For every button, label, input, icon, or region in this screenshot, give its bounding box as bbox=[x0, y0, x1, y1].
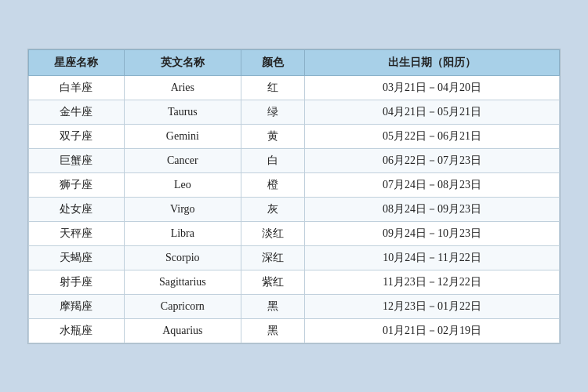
table-row: 水瓶座Aquarius黑01月21日－02月19日 bbox=[29, 318, 560, 343]
table-row: 金牛座Taurus绿04月21日－05月21日 bbox=[29, 100, 560, 124]
cell-zh: 水瓶座 bbox=[29, 318, 125, 343]
table-row: 摩羯座Capricorn黑12月23日－01月22日 bbox=[29, 294, 560, 318]
table-row: 白羊座Aries红03月21日－04月20日 bbox=[29, 75, 560, 100]
cell-en: Sagittarius bbox=[124, 270, 241, 294]
cell-date: 05月22日－06月21日 bbox=[305, 124, 560, 148]
table-row: 天秤座Libra淡红09月24日－10月23日 bbox=[29, 221, 560, 245]
cell-date: 08月24日－09月23日 bbox=[305, 197, 560, 221]
cell-date: 09月24日－10月23日 bbox=[305, 221, 560, 245]
cell-color: 白 bbox=[241, 148, 304, 172]
cell-date: 07月24日－08月23日 bbox=[305, 172, 560, 197]
cell-zh: 天蝎座 bbox=[29, 245, 125, 270]
cell-en: Leo bbox=[124, 172, 241, 197]
cell-en: Gemini bbox=[124, 124, 241, 148]
cell-date: 01月21日－02月19日 bbox=[305, 318, 560, 343]
cell-color: 淡红 bbox=[241, 221, 304, 245]
table-header-row: 星座名称 英文名称 颜色 出生日期（阳历） bbox=[29, 49, 560, 75]
cell-color: 深红 bbox=[241, 245, 304, 270]
header-date: 出生日期（阳历） bbox=[305, 49, 560, 75]
table-row: 天蝎座Scorpio深红10月24日－11月22日 bbox=[29, 245, 560, 270]
table-row: 处女座Virgo灰08月24日－09月23日 bbox=[29, 197, 560, 221]
header-color: 颜色 bbox=[241, 49, 304, 75]
cell-zh: 金牛座 bbox=[29, 100, 125, 124]
cell-zh: 狮子座 bbox=[29, 172, 125, 197]
cell-date: 11月23日－12月22日 bbox=[305, 270, 560, 294]
cell-color: 紫红 bbox=[241, 270, 304, 294]
cell-color: 绿 bbox=[241, 100, 304, 124]
cell-en: Cancer bbox=[124, 148, 241, 172]
cell-en: Aries bbox=[124, 75, 241, 100]
cell-color: 黄 bbox=[241, 124, 304, 148]
table-row: 狮子座Leo橙07月24日－08月23日 bbox=[29, 172, 560, 197]
cell-date: 10月24日－11月22日 bbox=[305, 245, 560, 270]
cell-color: 黑 bbox=[241, 318, 304, 343]
cell-date: 03月21日－04月20日 bbox=[305, 75, 560, 100]
cell-color: 黑 bbox=[241, 294, 304, 318]
table-row: 双子座Gemini黄05月22日－06月21日 bbox=[29, 124, 560, 148]
cell-color: 橙 bbox=[241, 172, 304, 197]
cell-zh: 处女座 bbox=[29, 197, 125, 221]
cell-zh: 天秤座 bbox=[29, 221, 125, 245]
cell-color: 灰 bbox=[241, 197, 304, 221]
cell-zh: 双子座 bbox=[29, 124, 125, 148]
cell-zh: 摩羯座 bbox=[29, 294, 125, 318]
cell-en: Capricorn bbox=[124, 294, 241, 318]
header-zh: 星座名称 bbox=[29, 49, 125, 75]
cell-en: Virgo bbox=[124, 197, 241, 221]
table-row: 巨蟹座Cancer白06月22日－07月23日 bbox=[29, 148, 560, 172]
cell-zh: 射手座 bbox=[29, 270, 125, 294]
zodiac-table: 星座名称 英文名称 颜色 出生日期（阳历） 白羊座Aries红03月21日－04… bbox=[28, 49, 560, 343]
cell-en: Libra bbox=[124, 221, 241, 245]
cell-zh: 白羊座 bbox=[29, 75, 125, 100]
cell-date: 04月21日－05月21日 bbox=[305, 100, 560, 124]
cell-date: 12月23日－01月22日 bbox=[305, 294, 560, 318]
cell-date: 06月22日－07月23日 bbox=[305, 148, 560, 172]
cell-en: Aquarius bbox=[124, 318, 241, 343]
zodiac-table-container: 星座名称 英文名称 颜色 出生日期（阳历） 白羊座Aries红03月21日－04… bbox=[27, 49, 561, 344]
cell-en: Taurus bbox=[124, 100, 241, 124]
cell-color: 红 bbox=[241, 75, 304, 100]
cell-en: Scorpio bbox=[124, 245, 241, 270]
cell-zh: 巨蟹座 bbox=[29, 148, 125, 172]
header-en: 英文名称 bbox=[124, 49, 241, 75]
table-row: 射手座Sagittarius紫红11月23日－12月22日 bbox=[29, 270, 560, 294]
table-body: 白羊座Aries红03月21日－04月20日金牛座Taurus绿04月21日－0… bbox=[29, 75, 560, 343]
